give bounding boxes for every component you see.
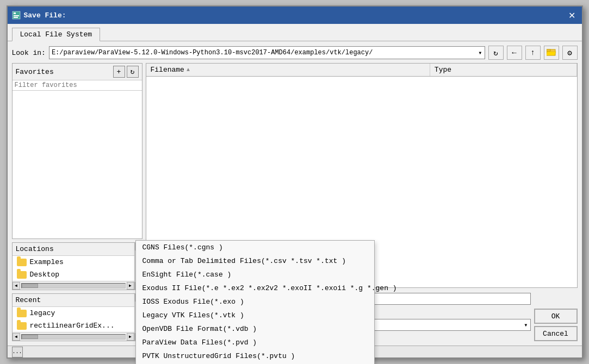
look-in-dropdown-arrow: ▾ [478, 49, 482, 57]
tab-bar: Local File System [8, 24, 582, 41]
up-button[interactable]: ↑ [525, 46, 541, 60]
dropdown-item-cgns[interactable]: CGNS Files(*.cgns ) [136, 241, 374, 254]
rscroll-left-btn[interactable]: ◀ [13, 333, 20, 341]
rscroll-track [21, 334, 126, 340]
folder-open-icon [547, 47, 556, 58]
sort-asc-icon: ▲ [187, 67, 190, 73]
recent-legacy[interactable]: legacy [13, 307, 134, 319]
location-desktop[interactable]: Desktop [13, 268, 134, 281]
dropdown-item-pvtk[interactable]: PVTK UnstructuredGrid Files(*.pvtu ) [136, 349, 374, 363]
svg-rect-1 [14, 12, 16, 14]
col-header-filename[interactable]: Filename ▲ [146, 64, 430, 76]
back-icon: ← [512, 48, 516, 57]
svg-marker-6 [547, 52, 556, 55]
recent-label: Recent [13, 294, 134, 307]
look-in-path: E:/paraview/ParaView-5.12.0-Windows-Pyth… [52, 49, 373, 57]
dropdown-item-ioss[interactable]: IOSS Exodus File(*.exo ) [136, 295, 374, 309]
folder-icon [17, 259, 27, 266]
dropdown-item-legacy-vtk[interactable]: Legacy VTK Files(*.vtk ) [136, 309, 374, 322]
dialog-title: Save File: [24, 11, 66, 20]
dropdown-item-exodus2[interactable]: Exodus II File(*.e *.ex2 *.ex2v2 *.exoII… [136, 281, 374, 295]
settings-button[interactable]: ⚙ [562, 46, 578, 60]
refresh-button[interactable]: ↻ [488, 46, 504, 60]
location-examples[interactable]: Examples [13, 256, 134, 268]
refresh-icon: ↻ [493, 48, 498, 58]
look-in-combo[interactable]: E:/paraview/ParaView-5.12.0-Windows-Pyth… [49, 46, 485, 59]
close-button[interactable]: ✕ [567, 10, 578, 21]
filetype-dropdown-arrow: ▾ [524, 321, 528, 329]
dropdown-item-openvdb[interactable]: OpenVDB File Format(*.vdb ) [136, 322, 374, 336]
folder-icon [17, 322, 27, 330]
filetype-dropdown: CGNS Files(*.cgns ) Comma or Tab Delimit… [135, 240, 375, 364]
locations-hscroll[interactable]: ◀ ▶ [13, 282, 134, 290]
app-icon [12, 11, 21, 20]
folder-icon [17, 310, 27, 317]
recent-hscroll[interactable]: ◀ ▶ [13, 333, 134, 341]
recent-list: legacy rectilinearGridEx... [13, 307, 134, 332]
look-in-row: Look in: E:/paraview/ParaView-5.12.0-Win… [12, 46, 578, 60]
action-buttons: OK Cancel [534, 309, 578, 341]
col-header-type[interactable]: Type [430, 64, 577, 76]
dropdown-item-paraview[interactable]: ParaView Data Files(*.pvd ) [136, 336, 374, 349]
locations-label: Locations [13, 243, 134, 256]
folder-icon [17, 271, 27, 279]
status-ellipsis-button[interactable]: ... [12, 347, 23, 357]
scroll-track [21, 283, 126, 288]
dropdown-item-csv[interactable]: Comma or Tab Delimited Files(*.csv *.tsv… [136, 254, 374, 268]
favorites-section: Favorites + ↻ [12, 63, 142, 239]
file-list-header: Filename ▲ Type [146, 64, 577, 77]
dropdown-item-ensight[interactable]: EnSight File(*.case ) [136, 268, 374, 281]
locations-list: Examples Desktop [13, 256, 134, 281]
svg-rect-5 [547, 49, 550, 51]
up-icon: ↑ [530, 48, 535, 57]
open-folder-button[interactable] [544, 46, 559, 60]
back-button[interactable]: ← [507, 46, 522, 60]
favorites-label: Favorites [16, 68, 54, 76]
add-favorite-button[interactable]: + [113, 66, 125, 78]
title-bar: Save File: ✕ [8, 7, 582, 24]
tab-local-file-system[interactable]: Local File System [12, 28, 101, 41]
scroll-left-btn[interactable]: ◀ [13, 282, 20, 290]
left-panel: Favorites + ↻ [12, 63, 142, 341]
recent-section: Recent legacy rectilinearGridEx... [12, 293, 142, 341]
locations-section: Locations Examples Desktop [12, 242, 142, 290]
ok-button[interactable]: OK [534, 309, 578, 324]
favorites-header: Favorites + ↻ [13, 64, 142, 80]
cancel-button[interactable]: Cancel [534, 326, 578, 341]
filter-favorites-input[interactable] [13, 80, 142, 91]
save-file-dialog: Save File: ✕ Local File System Look in: … [7, 5, 583, 359]
rscroll-right-btn[interactable]: ▶ [127, 333, 134, 341]
favorites-list [13, 91, 142, 239]
scroll-right-btn[interactable]: ▶ [127, 282, 134, 290]
svg-rect-2 [14, 15, 19, 16]
recent-rectilineargridex[interactable]: rectilinearGridEx... [13, 319, 134, 332]
refresh-favorites-button[interactable]: ↻ [127, 66, 139, 78]
svg-rect-3 [14, 17, 18, 18]
settings-icon: ⚙ [567, 48, 572, 58]
look-in-label: Look in: [12, 49, 46, 57]
